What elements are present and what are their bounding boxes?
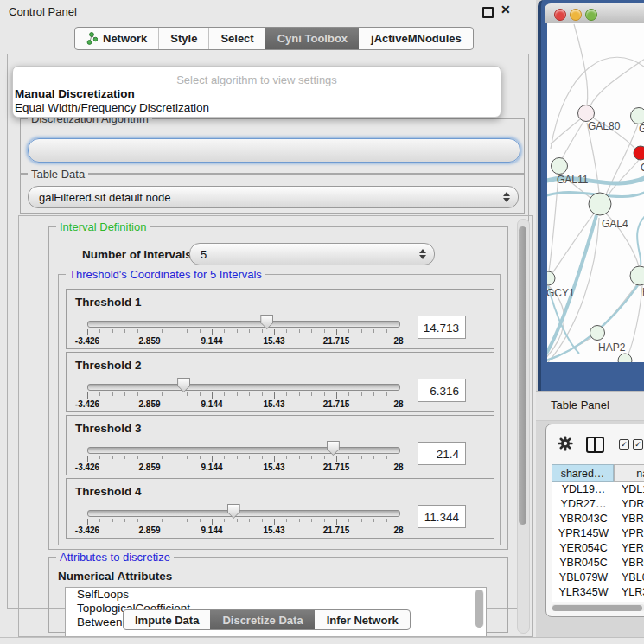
tab-style[interactable]: Style bbox=[158, 28, 208, 49]
network-edge[interactable] bbox=[562, 122, 583, 159]
network-node-ga[interactable] bbox=[631, 108, 644, 124]
network-window-titlebar[interactable] bbox=[545, 3, 644, 23]
tab-select[interactable]: Select bbox=[208, 28, 265, 49]
tick-mark bbox=[137, 329, 138, 333]
tick-mark bbox=[336, 392, 337, 399]
tick-mark bbox=[311, 329, 312, 333]
tick-mark bbox=[386, 329, 387, 333]
table-row[interactable]: YBL079WYBL079W bbox=[552, 571, 644, 585]
tick-mark bbox=[386, 456, 387, 459]
threshold-slider-track[interactable] bbox=[87, 384, 400, 391]
close-icon[interactable]: ✕ bbox=[501, 3, 511, 16]
tick-mark bbox=[386, 392, 387, 396]
column-header-name[interactable]: name bbox=[614, 464, 644, 482]
tick-mark bbox=[286, 392, 287, 396]
scrollbar-thumb[interactable] bbox=[552, 605, 642, 611]
tick-mark bbox=[373, 519, 374, 522]
slider-ticks bbox=[87, 392, 399, 399]
threshold-value-field[interactable]: 6.316 bbox=[418, 379, 466, 402]
algorithm-select[interactable] bbox=[28, 138, 520, 163]
gear-icon[interactable] bbox=[558, 436, 573, 455]
bottom-tab-impute-data[interactable]: Impute Data bbox=[124, 610, 210, 629]
cell-name: YBL079W bbox=[615, 571, 644, 585]
network-edge[interactable] bbox=[549, 175, 558, 271]
scrollbar-thumb[interactable] bbox=[475, 590, 483, 628]
tab-network[interactable]: Network bbox=[75, 28, 158, 49]
table-row[interactable]: YBR043CYBR043C bbox=[552, 512, 644, 526]
tab-cyni-toolbox[interactable]: Cyni Toolbox bbox=[265, 28, 359, 49]
threshold-slider-track[interactable] bbox=[87, 510, 400, 517]
tick-mark bbox=[200, 519, 201, 522]
tick-mark bbox=[249, 456, 250, 459]
table-row[interactable]: YPR145WYPR145W bbox=[552, 526, 644, 541]
network-node[interactable] bbox=[618, 354, 632, 362]
network-edge[interactable] bbox=[551, 57, 644, 149]
tick-mark bbox=[237, 456, 238, 459]
tick-mark bbox=[99, 519, 100, 522]
float-window-icon[interactable] bbox=[482, 7, 494, 18]
tick-mark bbox=[249, 329, 250, 333]
network-edge[interactable] bbox=[637, 214, 644, 265]
minimize-traffic-light-icon[interactable] bbox=[570, 9, 582, 21]
tick-mark bbox=[324, 456, 325, 459]
tick-mark bbox=[311, 456, 312, 459]
bottom-tab-infer-network[interactable]: Infer Network bbox=[315, 610, 410, 629]
zoom-traffic-light-icon[interactable] bbox=[585, 9, 597, 21]
table-data-select[interactable]: galFiltered.sif default node bbox=[28, 186, 519, 208]
tick-mark bbox=[348, 519, 349, 522]
network-node-h[interactable] bbox=[630, 266, 644, 285]
dropdown-option-manual-discretization[interactable]: Manual Discretization bbox=[13, 87, 501, 101]
threshold-slider-track[interactable] bbox=[87, 447, 400, 454]
threshold-value-field[interactable]: 14.713 bbox=[418, 316, 466, 339]
network-node-gal4[interactable] bbox=[589, 193, 611, 215]
tick-mark bbox=[124, 519, 125, 522]
tick-mark bbox=[361, 329, 362, 333]
thresholds-coordinates-group: Threshold's Coordinates for 5 Intervals … bbox=[58, 274, 501, 545]
window-footer bbox=[0, 637, 644, 644]
table-row[interactable]: YER054CYER054C bbox=[552, 541, 644, 556]
network-node-gal80[interactable] bbox=[578, 105, 595, 122]
node-label: GAL4 bbox=[602, 218, 628, 230]
table-row[interactable]: YDL19…YDL19… bbox=[552, 482, 644, 497]
checkbox-icon[interactable]: ✓ bbox=[619, 439, 629, 450]
node-label: HAP2 bbox=[598, 341, 626, 354]
table-row[interactable]: YLR345WYLR345W bbox=[552, 585, 644, 600]
network-node-c[interactable] bbox=[634, 146, 644, 160]
network-node-gal11[interactable] bbox=[552, 158, 568, 175]
slider-tick-labels: -3.4262.8599.14415.4321.71528 bbox=[87, 336, 399, 347]
tick-mark bbox=[162, 329, 163, 333]
close-traffic-light-icon[interactable] bbox=[554, 9, 566, 21]
scrollbar-thumb[interactable] bbox=[519, 226, 526, 525]
network-node-gcy1[interactable] bbox=[547, 271, 555, 285]
table-row[interactable]: YDR27…YDR27… bbox=[552, 497, 644, 512]
table-panel-card: ✓ ✓ shared…name YDL19…YDL19…YDR27…YDR27…… bbox=[545, 424, 644, 617]
checkbox-icon[interactable]: ✓ bbox=[633, 439, 643, 450]
network-edge[interactable] bbox=[574, 24, 588, 105]
control-panel-title: Control Panel bbox=[9, 5, 77, 18]
bottom-tab-discretize-data[interactable]: Discretize Data bbox=[210, 610, 314, 629]
tick-label: 21.715 bbox=[323, 336, 350, 346]
network-node-hap2[interactable] bbox=[590, 326, 605, 341]
number-of-intervals-select[interactable]: 5 bbox=[189, 243, 435, 265]
split-column-icon[interactable] bbox=[586, 437, 604, 453]
tab-label: Select bbox=[220, 32, 253, 45]
network-edge[interactable] bbox=[551, 119, 580, 144]
tick-label: 28 bbox=[393, 399, 403, 409]
threshold-value-field[interactable]: 21.4 bbox=[418, 442, 466, 465]
tab-jactivemnodules[interactable]: jActiveMNodules bbox=[359, 28, 473, 49]
network-edge[interactable] bbox=[608, 160, 639, 196]
tick-mark bbox=[324, 519, 325, 522]
tick-mark bbox=[237, 392, 238, 396]
tick-mark bbox=[311, 519, 312, 522]
network-view-window[interactable]: GAL80GACGAL11GAL4GCY1HHAP2 bbox=[538, 0, 644, 391]
network-canvas[interactable]: GAL80GACGAL11GAL4GCY1HHAP2 bbox=[547, 23, 644, 362]
list-item-selfloops[interactable]: SelfLoops bbox=[66, 588, 486, 602]
tick-label: 15.43 bbox=[263, 399, 284, 409]
network-edge[interactable] bbox=[590, 57, 644, 107]
table-row[interactable]: YBR045CYBR045C bbox=[552, 556, 644, 571]
column-header-shared[interactable]: shared… bbox=[552, 464, 614, 482]
dropdown-option-equal-width-frequency-discretization[interactable]: Equal Width/Frequency Discretization bbox=[13, 101, 501, 115]
threshold-slider-track[interactable] bbox=[87, 321, 400, 328]
threshold-value-field[interactable]: 11.344 bbox=[418, 505, 466, 528]
table-row[interactable]: YIL052CYIL052C bbox=[552, 600, 644, 602]
